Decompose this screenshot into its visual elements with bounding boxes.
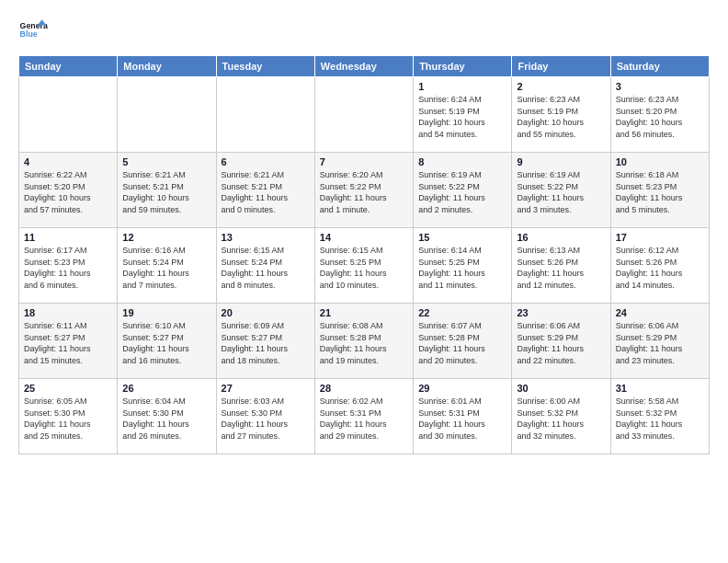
day-info: Sunrise: 6:06 AM Sunset: 5:29 PM Dayligh… <box>616 320 704 366</box>
day-cell <box>19 77 118 153</box>
day-info: Sunrise: 6:19 AM Sunset: 5:22 PM Dayligh… <box>517 169 605 215</box>
day-info: Sunrise: 6:10 AM Sunset: 5:27 PM Dayligh… <box>122 320 210 366</box>
day-cell: 21Sunrise: 6:08 AM Sunset: 5:28 PM Dayli… <box>314 304 413 379</box>
day-number: 22 <box>418 307 506 318</box>
day-info: Sunrise: 6:13 AM Sunset: 5:26 PM Dayligh… <box>517 245 605 291</box>
day-number: 4 <box>24 156 112 167</box>
week-row-2: 4Sunrise: 6:22 AM Sunset: 5:20 PM Daylig… <box>19 153 710 228</box>
day-number: 7 <box>320 156 408 167</box>
day-cell: 15Sunrise: 6:14 AM Sunset: 5:25 PM Dayli… <box>414 228 512 304</box>
day-info: Sunrise: 6:04 AM Sunset: 5:30 PM Dayligh… <box>122 396 210 442</box>
day-cell: 6Sunrise: 6:21 AM Sunset: 5:21 PM Daylig… <box>216 153 314 228</box>
day-cell: 28Sunrise: 6:02 AM Sunset: 5:31 PM Dayli… <box>314 379 413 454</box>
day-number: 9 <box>517 156 605 167</box>
week-row-1: 1Sunrise: 6:24 AM Sunset: 5:19 PM Daylig… <box>19 77 710 153</box>
day-cell: 16Sunrise: 6:13 AM Sunset: 5:26 PM Dayli… <box>512 228 610 304</box>
day-info: Sunrise: 6:18 AM Sunset: 5:23 PM Dayligh… <box>616 169 704 215</box>
day-cell: 1Sunrise: 6:24 AM Sunset: 5:19 PM Daylig… <box>414 77 512 153</box>
day-cell: 27Sunrise: 6:03 AM Sunset: 5:30 PM Dayli… <box>216 379 314 454</box>
logo-icon: General Blue <box>18 17 48 46</box>
day-number: 14 <box>320 232 408 243</box>
day-info: Sunrise: 6:05 AM Sunset: 5:30 PM Dayligh… <box>24 396 112 442</box>
day-info: Sunrise: 6:20 AM Sunset: 5:22 PM Dayligh… <box>320 169 408 215</box>
day-number: 20 <box>222 307 310 318</box>
day-number: 25 <box>24 383 112 394</box>
day-number: 26 <box>122 383 210 394</box>
day-cell: 13Sunrise: 6:15 AM Sunset: 5:24 PM Dayli… <box>216 228 314 304</box>
weekday-wednesday: Wednesday <box>314 56 413 77</box>
day-info: Sunrise: 6:01 AM Sunset: 5:31 PM Dayligh… <box>418 396 506 442</box>
day-cell: 29Sunrise: 6:01 AM Sunset: 5:31 PM Dayli… <box>414 379 512 454</box>
day-info: Sunrise: 6:21 AM Sunset: 5:21 PM Dayligh… <box>222 169 310 215</box>
week-row-3: 11Sunrise: 6:17 AM Sunset: 5:23 PM Dayli… <box>19 228 710 304</box>
day-cell: 9Sunrise: 6:19 AM Sunset: 5:22 PM Daylig… <box>512 153 610 228</box>
week-row-5: 25Sunrise: 6:05 AM Sunset: 5:30 PM Dayli… <box>19 379 710 454</box>
day-cell: 8Sunrise: 6:19 AM Sunset: 5:22 PM Daylig… <box>414 153 512 228</box>
day-info: Sunrise: 6:19 AM Sunset: 5:22 PM Dayligh… <box>418 169 506 215</box>
day-cell: 18Sunrise: 6:11 AM Sunset: 5:27 PM Dayli… <box>19 304 118 379</box>
day-cell: 20Sunrise: 6:09 AM Sunset: 5:27 PM Dayli… <box>216 304 314 379</box>
weekday-friday: Friday <box>512 56 610 77</box>
day-cell: 2Sunrise: 6:23 AM Sunset: 5:19 PM Daylig… <box>512 77 610 153</box>
day-number: 8 <box>418 156 506 167</box>
day-info: Sunrise: 6:21 AM Sunset: 5:21 PM Dayligh… <box>122 169 210 215</box>
day-cell: 30Sunrise: 6:00 AM Sunset: 5:32 PM Dayli… <box>512 379 610 454</box>
day-info: Sunrise: 5:58 AM Sunset: 5:32 PM Dayligh… <box>616 396 704 442</box>
day-info: Sunrise: 6:08 AM Sunset: 5:28 PM Dayligh… <box>320 320 408 366</box>
week-row-4: 18Sunrise: 6:11 AM Sunset: 5:27 PM Dayli… <box>19 304 710 379</box>
weekday-tuesday: Tuesday <box>216 56 314 77</box>
day-info: Sunrise: 6:24 AM Sunset: 5:19 PM Dayligh… <box>418 94 506 140</box>
day-number: 29 <box>418 383 506 394</box>
day-cell: 12Sunrise: 6:16 AM Sunset: 5:24 PM Dayli… <box>118 228 216 304</box>
day-number: 18 <box>24 307 112 318</box>
day-cell: 11Sunrise: 6:17 AM Sunset: 5:23 PM Dayli… <box>19 228 118 304</box>
day-number: 23 <box>517 307 605 318</box>
day-cell: 26Sunrise: 6:04 AM Sunset: 5:30 PM Dayli… <box>118 379 216 454</box>
day-number: 30 <box>517 383 605 394</box>
day-number: 19 <box>122 307 210 318</box>
day-info: Sunrise: 6:16 AM Sunset: 5:24 PM Dayligh… <box>122 245 210 291</box>
day-info: Sunrise: 6:00 AM Sunset: 5:32 PM Dayligh… <box>517 396 605 442</box>
day-number: 13 <box>222 232 310 243</box>
page: General Blue SundayMondayTuesdayWednesda… <box>0 0 728 563</box>
day-number: 3 <box>616 81 704 92</box>
day-info: Sunrise: 6:11 AM Sunset: 5:27 PM Dayligh… <box>24 320 112 366</box>
day-number: 27 <box>222 383 310 394</box>
day-info: Sunrise: 6:23 AM Sunset: 5:20 PM Dayligh… <box>616 94 704 140</box>
svg-text:Blue: Blue <box>20 29 38 39</box>
day-cell: 24Sunrise: 6:06 AM Sunset: 5:29 PM Dayli… <box>610 304 709 379</box>
day-cell: 14Sunrise: 6:15 AM Sunset: 5:25 PM Dayli… <box>314 228 413 304</box>
day-info: Sunrise: 6:22 AM Sunset: 5:20 PM Dayligh… <box>24 169 112 215</box>
day-number: 17 <box>616 232 704 243</box>
day-cell: 19Sunrise: 6:10 AM Sunset: 5:27 PM Dayli… <box>118 304 216 379</box>
day-info: Sunrise: 6:03 AM Sunset: 5:30 PM Dayligh… <box>222 396 310 442</box>
day-cell: 31Sunrise: 5:58 AM Sunset: 5:32 PM Dayli… <box>610 379 709 454</box>
day-cell: 3Sunrise: 6:23 AM Sunset: 5:20 PM Daylig… <box>610 77 709 153</box>
logo: General Blue <box>18 17 48 46</box>
day-info: Sunrise: 6:12 AM Sunset: 5:26 PM Dayligh… <box>616 245 704 291</box>
day-cell: 5Sunrise: 6:21 AM Sunset: 5:21 PM Daylig… <box>118 153 216 228</box>
day-number: 1 <box>418 81 506 92</box>
day-number: 2 <box>517 81 605 92</box>
day-number: 5 <box>122 156 210 167</box>
day-number: 6 <box>222 156 310 167</box>
day-cell: 22Sunrise: 6:07 AM Sunset: 5:28 PM Dayli… <box>414 304 512 379</box>
weekday-thursday: Thursday <box>414 56 512 77</box>
calendar-table: SundayMondayTuesdayWednesdayThursdayFrid… <box>18 55 710 454</box>
day-cell: 4Sunrise: 6:22 AM Sunset: 5:20 PM Daylig… <box>19 153 118 228</box>
day-info: Sunrise: 6:17 AM Sunset: 5:23 PM Dayligh… <box>24 245 112 291</box>
day-info: Sunrise: 6:06 AM Sunset: 5:29 PM Dayligh… <box>517 320 605 366</box>
day-info: Sunrise: 6:15 AM Sunset: 5:25 PM Dayligh… <box>320 245 408 291</box>
weekday-saturday: Saturday <box>610 56 709 77</box>
day-info: Sunrise: 6:15 AM Sunset: 5:24 PM Dayligh… <box>222 245 310 291</box>
day-number: 31 <box>616 383 704 394</box>
day-number: 28 <box>320 383 408 394</box>
day-number: 21 <box>320 307 408 318</box>
day-number: 10 <box>616 156 704 167</box>
day-info: Sunrise: 6:02 AM Sunset: 5:31 PM Dayligh… <box>320 396 408 442</box>
day-cell <box>314 77 413 153</box>
weekday-header-row: SundayMondayTuesdayWednesdayThursdayFrid… <box>19 56 710 77</box>
day-cell: 10Sunrise: 6:18 AM Sunset: 5:23 PM Dayli… <box>610 153 709 228</box>
header: General Blue <box>18 17 710 46</box>
day-number: 15 <box>418 232 506 243</box>
